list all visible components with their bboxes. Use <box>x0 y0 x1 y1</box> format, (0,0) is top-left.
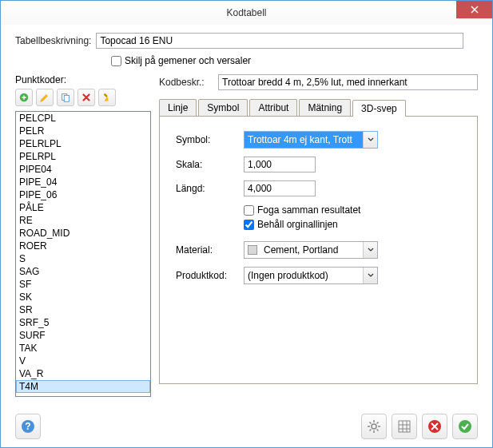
tab-strip: LinjeSymbolAttributMätning3D-svep <box>159 99 478 117</box>
material-swatch-icon <box>248 245 257 255</box>
langd-label: Längd: <box>176 183 244 194</box>
produktkod-dropdown[interactable]: (Ingen produktkod) <box>244 267 378 284</box>
punktkoder-label: Punktkoder: <box>15 74 151 85</box>
list-item[interactable]: SF <box>16 278 150 291</box>
settings-button[interactable] <box>361 414 387 439</box>
material-value: Cement, Portland <box>260 244 363 256</box>
list-item[interactable]: SR <box>16 303 150 316</box>
list-item[interactable]: PÅLE <box>16 201 150 214</box>
list-item[interactable]: SAG <box>16 265 150 278</box>
list-item[interactable]: PIPE_06 <box>16 188 150 201</box>
chevron-down-icon[interactable] <box>363 132 377 148</box>
material-dropdown[interactable]: Cement, Portland <box>244 241 378 259</box>
skala-label: Skala: <box>176 159 244 170</box>
tab-panel-3dsvep: Symbol: Trottoar 4m ej kant, Trott Skala… <box>159 116 478 384</box>
help-button[interactable]: ? <box>15 414 41 439</box>
symbol-value: Trottoar 4m ej kant, Trott <box>245 134 363 145</box>
list-item[interactable]: T4M <box>16 380 150 393</box>
foga-checkbox[interactable] <box>244 205 254 216</box>
tab-mätning[interactable]: Mätning <box>299 99 351 116</box>
add-button[interactable] <box>15 89 33 106</box>
list-item[interactable]: SRF_5 <box>16 316 150 329</box>
behall-checkbox[interactable] <box>244 220 254 230</box>
list-item[interactable]: PELRLPL <box>16 137 150 150</box>
skilj-checkbox[interactable] <box>111 56 121 66</box>
list-item[interactable]: RE <box>16 214 150 227</box>
svg-point-8 <box>459 420 471 433</box>
clean-button[interactable] <box>98 89 116 106</box>
chevron-down-icon[interactable] <box>363 242 377 258</box>
punktkoder-listbox[interactable]: PELCPLPELRPELRLPLPELRPLPIPE04PIPE_04PIPE… <box>15 111 151 397</box>
tabellbeskrivning-label: Tabellbeskrivning: <box>15 35 91 46</box>
cancel-button[interactable] <box>422 414 447 439</box>
symbol-label: Symbol: <box>176 134 244 145</box>
skala-input[interactable] <box>244 157 316 172</box>
content-area: Tabellbeskrivning: Skilj på gemener och … <box>1 25 492 405</box>
produktkod-label: Produktkod: <box>176 270 244 281</box>
list-item[interactable]: V <box>16 355 150 367</box>
dialog-window: Kodtabell Tabellbeskrivning: Skilj på ge… <box>0 0 493 448</box>
list-item[interactable]: S <box>16 252 150 265</box>
tab-linje[interactable]: Linje <box>159 99 197 116</box>
list-item[interactable]: PELR <box>16 125 150 137</box>
tab-attribut[interactable]: Attribut <box>249 99 297 116</box>
list-item[interactable]: ROAD_MID <box>16 227 150 240</box>
behall-label: Behåll orginallinjen <box>257 219 338 230</box>
list-item[interactable]: SURF <box>16 329 150 342</box>
tabellbeskrivning-input[interactable] <box>96 33 463 49</box>
svg-point-5 <box>372 424 376 429</box>
grid-button[interactable] <box>392 414 417 439</box>
svg-text:?: ? <box>25 421 30 432</box>
close-button[interactable] <box>456 1 492 18</box>
titlebar: Kodtabell <box>1 1 492 25</box>
list-item[interactable]: PIPE_04 <box>16 176 150 188</box>
window-title: Kodtabell <box>226 7 266 18</box>
list-item[interactable]: ROER <box>16 240 150 252</box>
list-item[interactable]: PIPE04 <box>16 163 150 176</box>
delete-button[interactable] <box>78 89 95 106</box>
list-item[interactable]: PELRPL <box>16 150 150 163</box>
tab-symbol[interactable]: Symbol <box>198 99 248 116</box>
edit-button[interactable] <box>36 89 54 106</box>
svg-rect-6 <box>399 421 410 432</box>
kodbeskr-input[interactable] <box>218 74 478 90</box>
list-item[interactable]: PELCPL <box>16 112 150 125</box>
kodbeskr-label: Kodbeskr.: <box>159 77 213 88</box>
svg-rect-2 <box>64 95 69 101</box>
tab-3d-svep[interactable]: 3D-svep <box>352 100 406 117</box>
list-toolbar <box>15 89 151 106</box>
copy-button[interactable] <box>57 89 74 106</box>
chevron-down-icon[interactable] <box>363 268 377 283</box>
list-item[interactable]: VA_R <box>16 367 150 380</box>
list-item[interactable]: SK <box>16 291 150 303</box>
langd-input[interactable] <box>244 180 316 196</box>
symbol-dropdown[interactable]: Trottoar 4m ej kant, Trott <box>244 131 378 149</box>
footer: ? <box>15 414 478 439</box>
produktkod-value: (Ingen produktkod) <box>245 270 363 281</box>
material-label: Material: <box>176 244 244 256</box>
foga-label: Foga samman resultatet <box>257 204 360 216</box>
skilj-label: Skilj på gemener och versaler <box>125 55 251 66</box>
list-item[interactable]: TAK <box>16 342 150 355</box>
ok-button[interactable] <box>452 414 478 439</box>
